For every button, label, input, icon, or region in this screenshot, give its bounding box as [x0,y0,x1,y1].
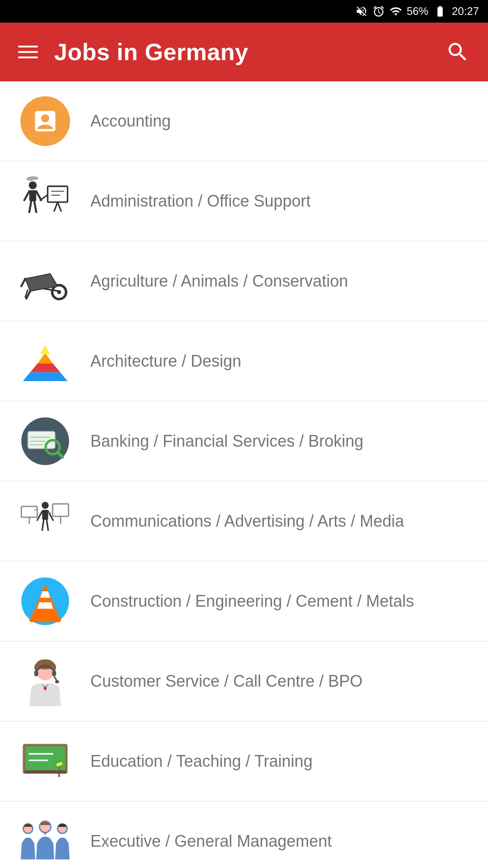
education-icon-wrap [18,734,72,788]
svg-marker-21 [23,372,68,381]
svg-marker-22 [30,363,60,372]
customer-service-icon [20,656,70,706]
administration-icon-wrap [18,174,72,228]
executive-icon [18,816,72,866]
accounting-icon-wrap [18,94,72,148]
customer-service-icon-wrap [18,654,72,708]
svg-line-4 [29,201,31,212]
executive-icon-wrap [18,814,72,868]
svg-rect-53 [52,670,56,676]
svg-rect-36 [42,510,48,520]
construction-label: Construction / Engineering / Cement / Me… [90,591,414,612]
wifi-icon [389,5,402,18]
svg-rect-55 [55,680,59,684]
communications-label: Communications / Advertising / Arts / Me… [90,511,404,532]
construction-icon-wrap [18,574,72,628]
status-icons: 56% 20:27 [355,5,479,18]
construction-icon [20,576,70,626]
svg-line-9 [58,202,61,211]
mute-icon [355,5,368,18]
toolbar-left: Jobs in Germany [18,38,248,66]
banking-icon-wrap [18,414,72,468]
category-item-agriculture[interactable]: Agriculture / Animals / Conservation [0,241,488,321]
svg-point-35 [42,502,48,509]
svg-line-37 [37,511,42,520]
banking-label: Banking / Financial Services / Broking [90,431,363,452]
category-item-administration[interactable]: Administration / Office Support [0,161,488,241]
svg-point-0 [29,181,37,189]
battery-percent: 56% [407,5,428,18]
customer-service-label: Customer Service / Call Centre / BPO [90,671,362,692]
category-item-banking[interactable]: Banking / Financial Services / Broking [0,401,488,481]
svg-rect-7 [48,186,68,202]
category-list: Accounting [0,81,488,868]
time-display: 20:27 [452,5,479,18]
page-title: Jobs in Germany [54,38,248,66]
category-item-customer-service[interactable]: Customer Service / Call Centre / BPO [0,642,488,722]
search-button[interactable] [446,40,470,64]
svg-line-2 [24,191,29,200]
category-item-education[interactable]: Education / Teaching / Training [0,722,488,802]
category-item-communications[interactable]: Communications / Advertising / Arts / Me… [0,481,488,561]
svg-line-39 [42,520,43,530]
status-bar: 56% 20:27 [0,0,488,23]
app-toolbar: Jobs in Germany [0,23,488,81]
search-icon [446,40,470,64]
agriculture-label: Agriculture / Animals / Conservation [90,271,348,292]
svg-line-5 [34,201,36,212]
svg-line-40 [47,520,48,530]
hamburger-line-2 [18,51,38,53]
svg-line-3 [36,191,41,200]
education-icon [20,736,70,786]
svg-rect-32 [21,506,37,517]
svg-marker-23 [38,354,53,363]
category-item-construction[interactable]: Construction / Engineering / Cement / Me… [0,561,488,642]
agriculture-icon [20,256,70,306]
executive-label: Executive / General Management [90,831,332,852]
category-item-architecture[interactable]: Architecture / Design [0,321,488,401]
architecture-icon [20,336,70,386]
category-item-accounting[interactable]: Accounting [0,81,488,161]
svg-rect-48 [29,617,61,622]
svg-rect-1 [29,190,36,201]
svg-marker-46 [37,602,53,609]
menu-button[interactable] [18,46,38,58]
communications-icon-wrap [18,494,72,548]
svg-rect-63 [24,770,66,774]
svg-line-8 [54,202,58,211]
category-item-executive[interactable]: Executive / General Management [0,802,488,868]
svg-marker-24 [40,345,50,354]
hamburger-line-3 [18,57,38,58]
communications-icon [20,496,70,546]
architecture-icon-wrap [18,334,72,388]
svg-marker-70 [44,832,46,836]
accounting-label: Accounting [90,111,171,132]
hamburger-line-1 [18,46,38,47]
administration-icon [20,176,70,226]
accounting-icon [20,96,70,146]
svg-rect-41 [53,504,69,517]
svg-rect-52 [34,670,38,676]
svg-line-17 [21,279,25,287]
banking-icon [20,416,70,466]
battery-icon [433,5,447,18]
administration-label: Administration / Office Support [90,191,311,212]
alarm-icon [372,5,385,18]
education-label: Education / Teaching / Training [90,751,313,772]
architecture-label: Architecture / Design [90,351,241,372]
agriculture-icon-wrap [18,254,72,308]
